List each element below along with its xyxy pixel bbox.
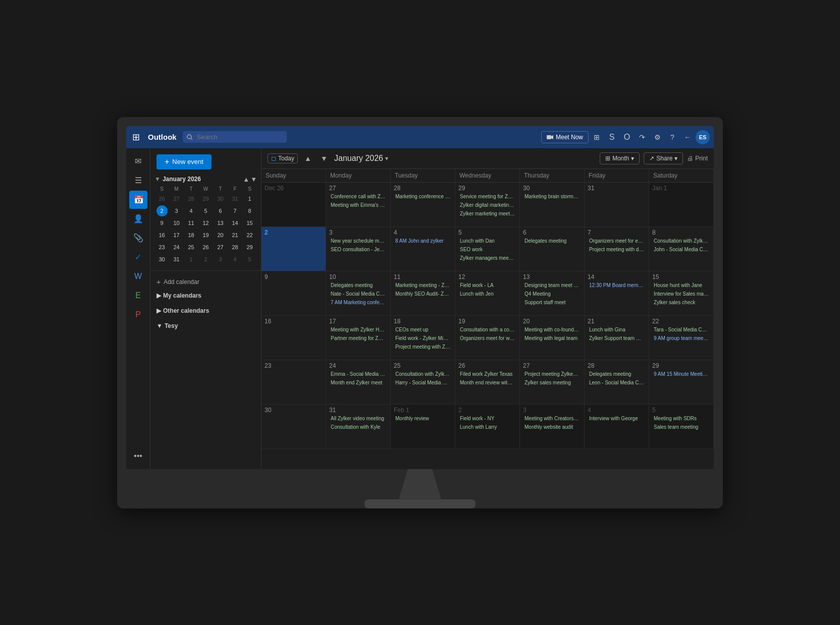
calendar-day-cell[interactable]: 16 [261, 316, 326, 360]
calendar-event[interactable]: Delegates meeting [588, 370, 646, 378]
calendar-event[interactable]: CEOs meet up [394, 326, 452, 334]
calendar-day-cell[interactable]: 19Consultation with a companyOrganizers … [455, 316, 520, 360]
meet-now-button[interactable]: Meet Now [541, 131, 589, 143]
calendar-event[interactable]: Month end review with all te [458, 379, 516, 387]
avatar[interactable]: ES [696, 130, 710, 144]
mini-cal-day[interactable]: 21 [230, 230, 241, 241]
attachments-icon[interactable]: 📎 [129, 229, 147, 247]
calendar-event[interactable]: Filed work Zylker Texas [458, 370, 516, 378]
calendar-event[interactable]: Field work - LA [458, 281, 516, 290]
calendar-event[interactable]: Interview for Sales manager r [652, 290, 710, 298]
mini-cal-day[interactable]: 12 [200, 217, 212, 229]
mini-cal-day[interactable]: 13 [215, 217, 226, 229]
calendar-event[interactable]: Monthly SEO Audit- Zylker [394, 290, 452, 298]
share-button[interactable]: ↗ Share ▾ [644, 152, 683, 164]
calendar-event[interactable]: Lunch with Gina [588, 326, 646, 334]
calendar-day-cell[interactable]: 5Lunch with DanSEO workZylker managers m… [455, 227, 520, 271]
app-grid-icon[interactable]: ⊞ [130, 132, 142, 143]
calendar-event[interactable]: Consultation with Zylker dev [394, 370, 452, 378]
calendar-event[interactable]: Field work - NY [458, 415, 516, 423]
calendar-event[interactable]: Meeting with Emma's parent [329, 201, 387, 209]
calendar-event[interactable]: Field work - Zylker Miami [394, 334, 452, 343]
mini-cal-day[interactable]: 2 [156, 205, 168, 216]
mini-cal-day[interactable]: 27 [171, 193, 182, 204]
settings-icon[interactable]: ⚙ [650, 130, 664, 144]
calendar-day-cell[interactable]: 2Field work - NYLunch with Larry [455, 405, 520, 448]
office-icon[interactable]: O [620, 130, 634, 144]
calendar-event[interactable]: Organizers meet for workcat [458, 334, 516, 343]
powerpoint-icon[interactable]: P [129, 306, 147, 324]
calendar-day-cell[interactable]: 10Delegates meetingNate - Social Media C… [326, 271, 391, 315]
calendar-event[interactable]: Designing team meet - Zyke [523, 281, 581, 290]
calendar-event[interactable]: Zylker sales check [652, 299, 710, 307]
mini-cal-day[interactable]: 4 [186, 205, 197, 216]
calendar-event[interactable]: Lunch with Jen [458, 290, 516, 298]
mini-cal-day[interactable]: 31 [171, 254, 182, 265]
calendar-day-cell[interactable]: Jan 1 [649, 183, 714, 226]
next-month-button[interactable]: ▼ [318, 152, 330, 164]
calendar-day-cell[interactable]: 4Interview with George [585, 405, 649, 448]
mini-cal-day[interactable]: 29 [200, 193, 212, 204]
calendar-event[interactable]: Zylker digital marketing mee [458, 201, 516, 209]
mini-cal-day[interactable]: 23 [156, 242, 168, 253]
skype-icon[interactable]: S [605, 130, 619, 144]
calendar-event[interactable]: SEO consultation - Jenna [329, 246, 387, 254]
calendar-day-cell[interactable]: 7Organizers meet for eventProject meetin… [585, 227, 649, 271]
calendar-event[interactable]: 12:30 PM Board members m [588, 281, 646, 290]
calendar-event[interactable]: John - Social Media Consulta [652, 246, 710, 254]
calendar-event[interactable]: Zylker managers meeting [458, 254, 516, 262]
calendar-day-cell[interactable]: 15House hunt with JaneInterview for Sale… [649, 271, 714, 315]
mini-cal-day[interactable]: 29 [244, 242, 255, 253]
calendar-event[interactable]: 9 AM group team meet (1 of [652, 334, 710, 343]
calendar-event[interactable]: 7 AM Marketing conference [329, 299, 387, 307]
mini-cal-prev[interactable]: ▲ [243, 176, 249, 183]
calendar-event[interactable]: Interview with George [588, 415, 646, 423]
mini-cal-next[interactable]: ▼ [250, 176, 257, 183]
mini-cal-day[interactable]: 20 [215, 230, 226, 241]
mini-cal-day[interactable]: 5 [200, 205, 212, 216]
print-button[interactable]: 🖨 Print [687, 155, 708, 162]
calendar-event[interactable]: Partner meeting for Zylker UI [329, 334, 387, 343]
add-calendar-item[interactable]: + Add calendar [150, 276, 261, 288]
calendar-event[interactable]: Project meeting with digital t [588, 246, 646, 254]
calendar-event[interactable]: Meeting with Creators of tod [523, 415, 581, 423]
calendar-day-cell[interactable]: 20Meeting with co-foundersMeeting with l… [520, 316, 585, 360]
tasks-icon[interactable]: ✓ [129, 248, 147, 266]
calendar-day-cell[interactable]: 1412:30 PM Board members m [585, 271, 649, 315]
calendar-day-cell[interactable]: 26Filed work Zylker TexasMonth end revie… [455, 360, 520, 404]
calendar-event[interactable]: Zylker marketing meeting [458, 210, 516, 218]
calendar-event[interactable]: Sales team meeting [652, 423, 710, 431]
calendar-day-cell[interactable]: 6Delegates meeting [520, 227, 585, 271]
calendar-event[interactable]: Monthly review [394, 415, 452, 423]
calendar-event[interactable]: Nate - Social Media Consulta [329, 290, 387, 298]
calendar-event[interactable]: Lunch with Dan [458, 237, 516, 245]
calendar-day-cell[interactable]: 8Consultation with Zylker comJohn - Soci… [649, 227, 714, 271]
calendar-day-cell[interactable]: 30Marketing brain storm sessio [520, 183, 585, 226]
calendar-day-cell[interactable]: 18CEOs meet upField work - Zylker MiamiP… [391, 316, 455, 360]
mini-cal-day[interactable]: 2 [200, 254, 212, 265]
more-icon[interactable]: ••• [129, 447, 147, 465]
mini-cal-day[interactable]: 19 [200, 230, 212, 241]
calendar-day-cell[interactable]: 21Lunch with GinaZylker Support team mee… [585, 316, 649, 360]
calendar-day-cell[interactable]: 11Marketing meeting - ZylkerMonthly SEO … [391, 271, 455, 315]
word-icon[interactable]: W [129, 267, 147, 286]
mini-cal-day[interactable]: 15 [244, 217, 255, 229]
calendar-day-cell[interactable]: 13Designing team meet - ZykeQ4 MeetingSu… [520, 271, 585, 315]
calendar-event[interactable]: Meeting with Zylker HR tear [329, 326, 387, 334]
prev-month-button[interactable]: ▲ [302, 152, 314, 164]
mini-cal-day[interactable]: 9 [156, 217, 168, 229]
contacts-icon[interactable]: 👤 [129, 210, 147, 228]
excel-icon[interactable]: E [129, 287, 147, 305]
calendar-day-cell[interactable]: 48 AM John and zylker [391, 227, 455, 271]
calendar-event[interactable]: Month end Zylker meet [329, 379, 387, 387]
calendar-event[interactable]: Service meeting for Zylker fir [458, 193, 516, 201]
mini-cal-day[interactable]: 8 [244, 205, 255, 216]
calendar-day-cell[interactable]: Feb 1Monthly review [391, 405, 455, 448]
calendar-event[interactable]: Harry - Social Media Consult [394, 379, 452, 387]
mini-cal-day[interactable]: 28 [186, 193, 197, 204]
back-icon[interactable]: ← [680, 130, 695, 144]
mini-cal-day[interactable]: 1 [186, 254, 197, 265]
mini-cal-day[interactable]: 3 [215, 254, 226, 265]
calendar-event[interactable]: Organizers meet for event [588, 237, 646, 245]
mini-cal-day[interactable]: 26 [156, 193, 168, 204]
